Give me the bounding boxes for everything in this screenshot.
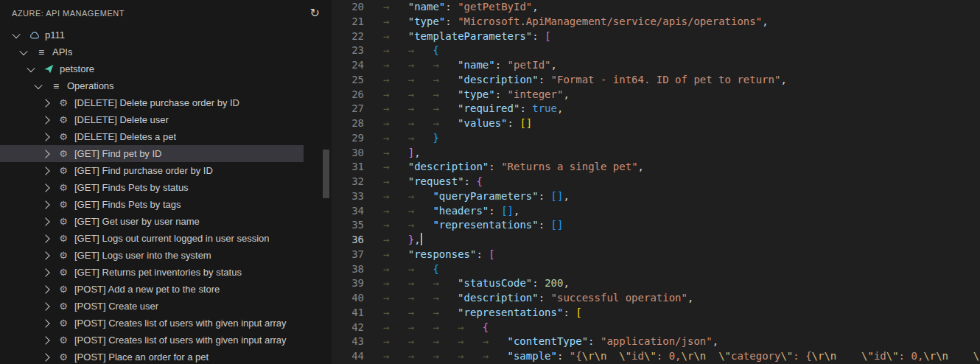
tab-whitespace-icon: → <box>383 0 408 15</box>
code-line[interactable]: 30→], <box>332 146 980 161</box>
tree-item[interactable]: ⚙[GET] Find pet by ID <box>0 145 304 162</box>
code-line[interactable]: 37→"responses": [ <box>332 248 980 262</box>
chevron-right-icon[interactable] <box>41 302 49 310</box>
chevron-down-icon[interactable] <box>34 80 42 88</box>
code-token: : <box>557 350 570 362</box>
tab-whitespace-icon: → <box>408 189 433 204</box>
tree-item[interactable]: ⚙[POST] Add a new pet to the store <box>0 281 304 298</box>
tree-item-label: [POST] Place an order for a pet <box>74 351 209 363</box>
tree-item-label: petstore <box>60 63 94 74</box>
code-line[interactable]: 26→→→"type": "integer", <box>332 88 980 102</box>
chevron-right-icon[interactable] <box>41 116 49 124</box>
line-number: 40 <box>332 291 364 306</box>
tree-item[interactable]: ≡Operations <box>0 77 304 94</box>
tree-item[interactable]: ⚙[GET] Returns pet inventories by status <box>0 264 304 281</box>
code-line[interactable]: 28→→→"values": [] <box>332 116 980 131</box>
tree-item[interactable]: ≡APIs <box>0 43 304 60</box>
code-token: "responses" <box>408 248 477 260</box>
tree-item[interactable]: ⚙[POST] Create user <box>0 298 304 315</box>
code-line[interactable]: 38→→{ <box>332 262 980 277</box>
chevron-right-icon[interactable] <box>41 167 49 175</box>
tab-whitespace-icon: → <box>383 73 408 88</box>
chevron-down-icon[interactable] <box>12 29 20 38</box>
tree-item[interactable]: ⚙[GET] Finds Pets by tags <box>0 196 304 213</box>
code-token: [ <box>575 307 581 318</box>
chevron-right-icon[interactable] <box>41 285 49 293</box>
chevron-right-icon[interactable] <box>41 133 49 141</box>
line-number: 32 <box>332 175 364 189</box>
tree-item[interactable]: ⚙[POST] Place an order for a pet <box>0 349 304 364</box>
tab-whitespace-icon: → <box>383 43 408 58</box>
tree-item[interactable]: ⚙[DELETE] Deletes a pet <box>0 128 304 145</box>
code-line[interactable]: 40→→→"description": "successful operatio… <box>332 291 980 306</box>
chevron-down-icon[interactable] <box>19 46 27 55</box>
chevron-right-icon[interactable] <box>41 99 49 107</box>
code-area[interactable]: 20→"name": "getPetById",21→"type": "Micr… <box>332 0 980 364</box>
code-line[interactable]: 24→→→"name": "petId", <box>332 58 980 73</box>
code-line[interactable]: 33→→"queryParameters": [], <box>332 189 980 204</box>
chevron-right-icon[interactable] <box>41 150 49 158</box>
chevron-down-icon[interactable] <box>27 63 35 71</box>
tree-item[interactable]: ⚙[GET] Logs out current logged in user s… <box>0 230 304 247</box>
chevron-right-icon[interactable] <box>41 268 49 276</box>
chevron-right-icon[interactable] <box>41 319 49 327</box>
tab-whitespace-icon: → <box>383 218 408 233</box>
apim-service-icon <box>27 29 41 41</box>
code-line[interactable]: 36→}, <box>332 233 980 248</box>
code-token: : <box>539 190 551 202</box>
code-line[interactable]: 22→"templateParameters": [ <box>332 29 980 44</box>
chevron-right-icon[interactable] <box>41 353 49 361</box>
tree-item[interactable]: ⚙[POST] Creates list of users with given… <box>0 315 304 332</box>
tree-item[interactable]: ⚙[GET] Finds Pets by status <box>0 179 304 196</box>
chevron-right-icon[interactable] <box>41 217 49 225</box>
tree-item[interactable]: ⚙[GET] Find purchase order by ID <box>0 162 304 179</box>
tree-item[interactable]: ⚙[GET] Logs user into the system <box>0 247 304 264</box>
code-line[interactable]: 29→→} <box>332 131 980 146</box>
tab-whitespace-icon: → <box>458 349 483 364</box>
tree-item[interactable]: ⚙[POST] Creates list of users with given… <box>0 332 304 349</box>
tree-item-label: [GET] Finds Pets by status <box>74 182 189 193</box>
sidebar-scrollbar[interactable] <box>323 150 329 198</box>
tree-item-label: [POST] Add a new pet to the store <box>74 284 220 295</box>
tree-item[interactable]: ⚙[DELETE] Delete purchase order by ID <box>0 94 304 111</box>
tree-item-label: [GET] Find pet by ID <box>74 148 162 159</box>
code-line[interactable]: 44→→→→→"sample": "{\r\n \"id\": 0,\r\n \… <box>332 349 980 364</box>
tree-item[interactable]: ⚙[DELETE] Delete user <box>0 111 304 128</box>
code-line[interactable]: 39→→→"statusCode": 200, <box>332 276 980 291</box>
tab-whitespace-icon: → <box>408 335 433 349</box>
line-number: 36 <box>332 233 364 248</box>
tab-whitespace-icon: → <box>458 335 483 349</box>
code-token: true <box>532 102 557 114</box>
code-line[interactable]: 34→→"headers": [], <box>332 204 980 219</box>
tree-item[interactable]: ⚙[GET] Get user by user name <box>0 213 304 230</box>
code-line[interactable]: 21→"type": "Microsoft.ApiManagement/serv… <box>332 15 980 29</box>
chevron-right-icon[interactable] <box>41 251 49 259</box>
code-line[interactable]: 25→→→"description": "Format - int64. ID … <box>332 73 980 88</box>
code-token: "name" <box>408 1 446 13</box>
code-line[interactable]: 27→→→"required": true, <box>332 102 980 116</box>
code-line[interactable]: 20→"name": "getPetById", <box>332 0 980 15</box>
refresh-icon[interactable]: ↻ <box>310 7 320 19</box>
chevron-right-icon[interactable] <box>41 234 49 242</box>
tab-whitespace-icon: → <box>383 146 408 161</box>
code-line[interactable]: 32→"request": { <box>332 175 980 189</box>
code-line[interactable]: 23→→{ <box>332 43 980 58</box>
code-line[interactable]: 41→→→"representations": [ <box>332 306 980 321</box>
tab-whitespace-icon: → <box>383 175 408 189</box>
chevron-right-icon[interactable] <box>41 200 49 209</box>
code-token: "Returns a single pet" <box>501 161 637 172</box>
tab-whitespace-icon: → <box>383 29 408 44</box>
code-line[interactable]: 31→"description": "Returns a single pet"… <box>332 160 980 175</box>
code-token: ] <box>408 147 414 158</box>
line-number: 41 <box>332 306 364 321</box>
code-token: , <box>514 205 519 217</box>
code-token: \" <box>718 350 731 362</box>
chevron-right-icon[interactable] <box>41 183 49 192</box>
tree-item[interactable]: p111 <box>0 27 304 43</box>
code-line[interactable]: 43→→→→→"contentType": "application/json"… <box>332 335 980 349</box>
tree-item[interactable]: petstore <box>0 60 304 77</box>
code-line[interactable]: 42→→→→{ <box>332 321 980 335</box>
chevron-right-icon[interactable] <box>41 336 49 344</box>
tab-whitespace-icon: → <box>408 131 433 146</box>
code-line[interactable]: 35→→"representations": [] <box>332 218 980 233</box>
